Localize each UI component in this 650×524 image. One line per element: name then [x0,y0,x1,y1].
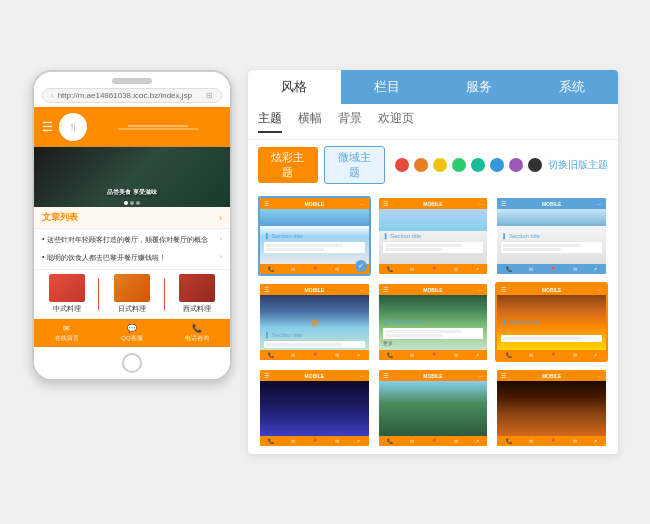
main-container: ‹ http://m.ae14861038.icoc.bz/index.jsp … [16,54,634,470]
phone-speaker [112,78,152,84]
footer-icon-5c: 📍 [431,352,437,358]
nav-item-phone[interactable]: 📞 电话咨询 [165,319,230,347]
article-item: • 聪明的饮食人都去巴黎开餐厅赚钱啦！ › [42,251,222,265]
mini-bar [385,330,462,333]
theme-6-tag: 热 [501,328,602,334]
theme-card-3-body: Section title [497,209,606,264]
footer-icon-9e: ↗ [593,438,597,444]
theme-card-3[interactable]: ☰ MOBILE ··· Section title [495,196,608,276]
sub-tab-background[interactable]: 背景 [338,110,362,133]
dots-icon-2: ··· [478,201,483,207]
footer-icon-4e: ↗ [356,352,360,358]
color-dot-green[interactable] [452,158,466,172]
footer-icon-8d: ✉ [454,438,458,444]
color-dot-blue[interactable] [490,158,504,172]
tab-system[interactable]: 系统 [526,70,619,104]
theme-card-2[interactable]: ☰ MOBILE ··· Section title [377,196,490,276]
footer-icon-9a: 📞 [506,438,512,444]
footer-icon-msg: ✉ [291,266,295,272]
domain-theme-button[interactable]: 微域主题 [324,146,386,184]
dots-icon-5: ··· [478,287,483,293]
theme-card-1-footer: 📞 ✉ 📍 ✉ ↗ [260,264,369,274]
theme-card-9-body [497,381,606,436]
dots-icon-7: ··· [360,373,365,379]
phone-header: ☰ 🍴 [34,107,230,147]
theme-card-6[interactable]: ☰ MOBILE ··· Section title 热 [495,282,608,362]
menu-icon-3: ☰ [501,200,506,207]
color-dot-purple[interactable] [509,158,523,172]
colorful-theme-button[interactable]: 炫彩主题 [258,147,318,183]
theme-card-1[interactable]: ☰ MOBILE ··· Section title [258,196,371,276]
theme-card-3-header: ☰ MOBILE ··· [497,198,606,209]
footer-icon-7a: 📞 [268,438,274,444]
themes-grid: ☰ MOBILE ··· Section title [248,190,618,454]
menu-icon-6: ☰ [501,286,506,293]
theme-card-9-footer: 📞 ✉ 📍 ✉ ↗ [497,436,606,446]
footer-icon-8c: 📍 [431,438,437,444]
theme-image-7 [260,381,369,436]
tab-style[interactable]: 风格 [248,70,341,104]
menu-icon-7: ☰ [264,372,269,379]
theme-label-1: MOBILE [305,201,324,207]
footer-icon-phone: 📞 [268,266,274,272]
theme-card-7-footer: 📞 ✉ 📍 ✉ ↗ [260,436,369,446]
footer-icon-phone-2: 📞 [387,266,393,272]
footer-icon-5b: ✉ [410,352,414,358]
browser-url: http://m.ae14861038.icoc.bz/index.jsp [58,91,192,100]
footer-icon-7e: ↗ [356,438,360,444]
theme-card-4-header: ☰ MOBILE ··· [260,284,369,295]
theme-label-9: MOBILE [542,373,561,379]
article-text-2: 聪明的饮食人都去巴黎开餐厅赚钱啦！ [47,253,166,263]
dots-icon-6: ··· [597,287,602,293]
theme-section-label-4: Section title [262,330,367,340]
theme-card-5[interactable]: ☰ MOBILE ··· Section title 更多 [377,282,490,362]
footer-icon-4d: ✉ [335,352,339,358]
theme-card-6-header: ☰ MOBILE ··· [497,284,606,295]
footer-icon-9b: ✉ [529,438,533,444]
hero-text: 品尝美食 享受滋味 [34,188,230,197]
color-dot-red[interactable] [395,158,409,172]
sub-tab-banner[interactable]: 横幅 [298,110,322,133]
section-arrow-icon: › [219,213,222,223]
tab-columns[interactable]: 栏目 [341,70,434,104]
theme-card-4[interactable]: ☰ MOBILE ··· ⊕ Section title [258,282,371,362]
theme-card-9-header: ☰ MOBILE ··· [497,370,606,381]
more-label-5: 更多 [383,340,484,346]
theme-card-7-body [260,381,369,436]
color-dot-teal[interactable] [471,158,485,172]
switch-old-link[interactable]: 切换旧版主题 [548,158,608,172]
color-dot-yellow[interactable] [433,158,447,172]
menu-icon-4: ☰ [264,286,269,293]
dots-icon-1: ··· [360,201,365,207]
footer-icon-6a: 📞 [506,352,512,358]
theme-card-8[interactable]: ☰ MOBILE ··· 📞 ✉ 📍 ✉ ↗ [377,368,490,448]
color-dot-orange[interactable] [414,158,428,172]
nav-item-qq[interactable]: 💬 QQ客服 [99,319,164,347]
phone-icon: 📞 [192,324,202,333]
nav-item-message[interactable]: ✉ 在线留言 [34,319,99,347]
cat-image-2 [114,274,150,302]
color-dot-dark[interactable] [528,158,542,172]
tab-services[interactable]: 服务 [433,70,526,104]
theme-card-7[interactable]: ☰ MOBILE ··· 📞 ✉ 📍 ✉ ↗ [258,368,371,448]
footer-icon-9c: 📍 [550,438,556,444]
sub-tab-welcome[interactable]: 欢迎页 [378,110,414,133]
theme-section-label-3: Section title [499,231,604,241]
section-label-text: 文章列表 [42,211,78,224]
bottom-nav: ✉ 在线留言 💬 QQ客服 📞 电话咨询 [34,319,230,347]
theme-card-9[interactable]: ☰ MOBILE ··· 📞 ✉ 📍 ✉ ↗ [495,368,608,448]
menu-icon-1: ☰ [264,200,269,207]
theme-card-2-header: ☰ MOBILE ··· [379,198,488,209]
phone-home-button[interactable] [34,347,230,379]
theme-section-label-2: Section title [381,231,486,241]
footer-icon-6e: ↗ [593,352,597,358]
mini-bar [385,244,462,247]
article-text-1: 这些针对年轻顾客打造的餐厅，颠覆你对餐厅的概念 [47,235,208,245]
categories-grid: 中式料理 日式料理 西式料理 [34,270,230,319]
footer-icon-loc-2: 📍 [431,266,437,272]
footer-icon-3e: ↗ [593,266,597,272]
theme-label-2: MOBILE [423,201,442,207]
phone-mockup: ‹ http://m.ae14861038.icoc.bz/index.jsp … [32,70,232,381]
sub-tab-theme[interactable]: 主题 [258,110,282,133]
theme-label-5: MOBILE [423,287,442,293]
